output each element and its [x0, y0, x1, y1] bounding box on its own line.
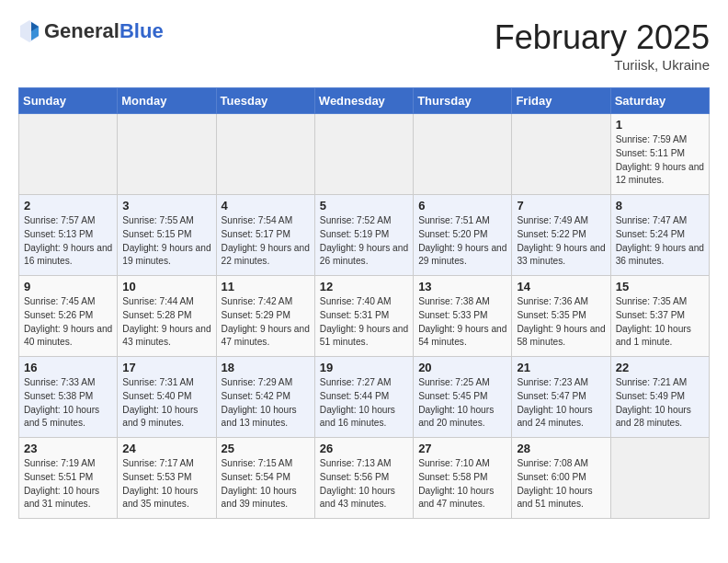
- weekday-header: Wednesday: [314, 88, 413, 114]
- day-info: Sunrise: 7:45 AM Sunset: 5:26 PM Dayligh…: [24, 295, 112, 350]
- day-info: Sunrise: 7:25 AM Sunset: 5:45 PM Dayligh…: [418, 376, 506, 431]
- logo-general: General: [44, 20, 119, 42]
- calendar-cell: 28Sunrise: 7:08 AM Sunset: 6:00 PM Dayli…: [512, 438, 610, 519]
- day-number: 15: [616, 280, 704, 293]
- day-number: 4: [222, 199, 310, 213]
- day-number: 27: [418, 442, 506, 455]
- calendar-week-row: 16Sunrise: 7:33 AM Sunset: 5:38 PM Dayli…: [19, 357, 710, 438]
- day-info: Sunrise: 7:51 AM Sunset: 5:20 PM Dayligh…: [418, 214, 506, 269]
- calendar-title: February 2025: [495, 18, 710, 57]
- day-number: 17: [122, 361, 210, 374]
- calendar-week-row: 2Sunrise: 7:57 AM Sunset: 5:13 PM Daylig…: [19, 195, 710, 276]
- day-number: 7: [517, 199, 605, 213]
- day-number: 19: [320, 361, 408, 374]
- calendar-subtitle: Turiisk, Ukraine: [495, 57, 710, 73]
- calendar-cell: 9Sunrise: 7:45 AM Sunset: 5:26 PM Daylig…: [19, 276, 118, 357]
- calendar-week-row: 9Sunrise: 7:45 AM Sunset: 5:26 PM Daylig…: [19, 276, 710, 357]
- calendar-week-row: 23Sunrise: 7:19 AM Sunset: 5:51 PM Dayli…: [19, 438, 710, 519]
- day-number: 2: [24, 199, 112, 213]
- logo-icon: [18, 18, 40, 44]
- day-info: Sunrise: 7:08 AM Sunset: 6:00 PM Dayligh…: [517, 457, 605, 511]
- day-info: Sunrise: 7:54 AM Sunset: 5:17 PM Dayligh…: [222, 214, 310, 269]
- day-info: Sunrise: 7:13 AM Sunset: 5:56 PM Dayligh…: [320, 457, 408, 511]
- day-info: Sunrise: 7:19 AM Sunset: 5:51 PM Dayligh…: [24, 457, 112, 511]
- calendar-cell: [118, 114, 216, 195]
- day-number: 10: [122, 280, 210, 293]
- day-number: 18: [222, 361, 310, 374]
- calendar-cell: 15Sunrise: 7:35 AM Sunset: 5:37 PM Dayli…: [610, 276, 709, 357]
- weekday-header: Thursday: [414, 88, 512, 114]
- day-info: Sunrise: 7:21 AM Sunset: 5:49 PM Dayligh…: [616, 376, 704, 431]
- calendar-cell: [414, 114, 512, 195]
- day-number: 26: [320, 442, 408, 455]
- calendar-cell: 6Sunrise: 7:51 AM Sunset: 5:20 PM Daylig…: [414, 195, 512, 276]
- calendar-table: SundayMondayTuesdayWednesdayThursdayFrid…: [18, 87, 710, 519]
- calendar-cell: 17Sunrise: 7:31 AM Sunset: 5:40 PM Dayli…: [118, 357, 216, 438]
- calendar-cell: 7Sunrise: 7:49 AM Sunset: 5:22 PM Daylig…: [512, 195, 610, 276]
- calendar-cell: 16Sunrise: 7:33 AM Sunset: 5:38 PM Dayli…: [19, 357, 118, 438]
- calendar-cell: 11Sunrise: 7:42 AM Sunset: 5:29 PM Dayli…: [216, 276, 314, 357]
- day-info: Sunrise: 7:35 AM Sunset: 5:37 PM Dayligh…: [616, 295, 704, 350]
- day-number: 21: [517, 361, 605, 374]
- calendar-cell: [19, 114, 118, 195]
- day-number: 8: [616, 199, 704, 213]
- calendar-cell: [314, 114, 413, 195]
- calendar-cell: 10Sunrise: 7:44 AM Sunset: 5:28 PM Dayli…: [118, 276, 216, 357]
- day-info: Sunrise: 7:55 AM Sunset: 5:15 PM Dayligh…: [122, 214, 210, 269]
- weekday-header: Friday: [512, 88, 610, 114]
- calendar-cell: 18Sunrise: 7:29 AM Sunset: 5:42 PM Dayli…: [216, 357, 314, 438]
- day-number: 16: [24, 361, 112, 374]
- day-number: 9: [24, 280, 112, 293]
- calendar-cell: 5Sunrise: 7:52 AM Sunset: 5:19 PM Daylig…: [314, 195, 413, 276]
- day-info: Sunrise: 7:33 AM Sunset: 5:38 PM Dayligh…: [24, 376, 112, 431]
- calendar-cell: 3Sunrise: 7:55 AM Sunset: 5:15 PM Daylig…: [118, 195, 216, 276]
- calendar-header: SundayMondayTuesdayWednesdayThursdayFrid…: [19, 88, 710, 114]
- day-number: 3: [122, 199, 210, 213]
- day-info: Sunrise: 7:29 AM Sunset: 5:42 PM Dayligh…: [222, 376, 310, 431]
- day-number: 22: [616, 361, 704, 374]
- logo-blue: Blue: [119, 20, 164, 42]
- day-info: Sunrise: 7:59 AM Sunset: 5:11 PM Dayligh…: [616, 133, 704, 188]
- calendar-cell: [216, 114, 314, 195]
- day-number: 20: [418, 361, 506, 374]
- logo-text: General Blue: [44, 20, 164, 42]
- day-info: Sunrise: 7:52 AM Sunset: 5:19 PM Dayligh…: [320, 214, 408, 269]
- day-number: 13: [418, 280, 506, 293]
- calendar-cell: 21Sunrise: 7:23 AM Sunset: 5:47 PM Dayli…: [512, 357, 610, 438]
- day-info: Sunrise: 7:17 AM Sunset: 5:53 PM Dayligh…: [122, 457, 210, 511]
- day-info: Sunrise: 7:15 AM Sunset: 5:54 PM Dayligh…: [222, 457, 310, 511]
- calendar-cell: 26Sunrise: 7:13 AM Sunset: 5:56 PM Dayli…: [314, 438, 413, 519]
- day-number: 11: [222, 280, 310, 293]
- day-info: Sunrise: 7:47 AM Sunset: 5:24 PM Dayligh…: [616, 214, 704, 269]
- calendar-cell: 27Sunrise: 7:10 AM Sunset: 5:58 PM Dayli…: [414, 438, 512, 519]
- weekday-header: Saturday: [610, 88, 709, 114]
- weekday-header: Tuesday: [216, 88, 314, 114]
- day-number: 25: [222, 442, 310, 455]
- day-number: 5: [320, 199, 408, 213]
- calendar-cell: [610, 438, 709, 519]
- day-info: Sunrise: 7:10 AM Sunset: 5:58 PM Dayligh…: [418, 457, 506, 511]
- calendar-cell: 20Sunrise: 7:25 AM Sunset: 5:45 PM Dayli…: [414, 357, 512, 438]
- day-info: Sunrise: 7:27 AM Sunset: 5:44 PM Dayligh…: [320, 376, 408, 431]
- day-info: Sunrise: 7:57 AM Sunset: 5:13 PM Dayligh…: [24, 214, 112, 269]
- day-number: 12: [320, 280, 408, 293]
- day-info: Sunrise: 7:42 AM Sunset: 5:29 PM Dayligh…: [222, 295, 310, 350]
- calendar-cell: 22Sunrise: 7:21 AM Sunset: 5:49 PM Dayli…: [610, 357, 709, 438]
- day-info: Sunrise: 7:38 AM Sunset: 5:33 PM Dayligh…: [418, 295, 506, 350]
- calendar-cell: 13Sunrise: 7:38 AM Sunset: 5:33 PM Dayli…: [414, 276, 512, 357]
- title-block: February 2025 Turiisk, Ukraine: [495, 18, 710, 73]
- day-info: Sunrise: 7:44 AM Sunset: 5:28 PM Dayligh…: [122, 295, 210, 350]
- day-info: Sunrise: 7:31 AM Sunset: 5:40 PM Dayligh…: [122, 376, 210, 431]
- calendar-cell: 2Sunrise: 7:57 AM Sunset: 5:13 PM Daylig…: [19, 195, 118, 276]
- day-info: Sunrise: 7:49 AM Sunset: 5:22 PM Dayligh…: [517, 214, 605, 269]
- calendar-cell: 8Sunrise: 7:47 AM Sunset: 5:24 PM Daylig…: [610, 195, 709, 276]
- header-row: SundayMondayTuesdayWednesdayThursdayFrid…: [19, 88, 710, 114]
- day-info: Sunrise: 7:40 AM Sunset: 5:31 PM Dayligh…: [320, 295, 408, 350]
- day-number: 28: [517, 442, 605, 455]
- calendar-cell: 1Sunrise: 7:59 AM Sunset: 5:11 PM Daylig…: [610, 114, 709, 195]
- day-number: 14: [517, 280, 605, 293]
- calendar-cell: 14Sunrise: 7:36 AM Sunset: 5:35 PM Dayli…: [512, 276, 610, 357]
- calendar-week-row: 1Sunrise: 7:59 AM Sunset: 5:11 PM Daylig…: [19, 114, 710, 195]
- day-number: 6: [418, 199, 506, 213]
- calendar-body: 1Sunrise: 7:59 AM Sunset: 5:11 PM Daylig…: [19, 114, 710, 519]
